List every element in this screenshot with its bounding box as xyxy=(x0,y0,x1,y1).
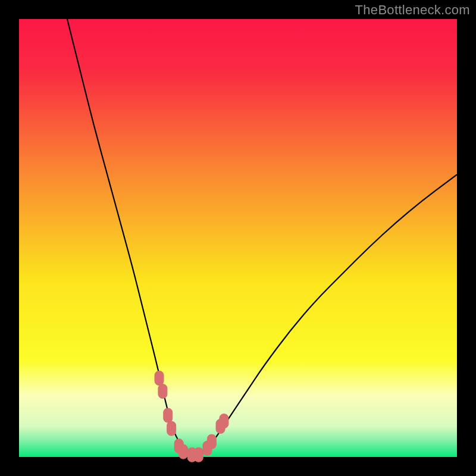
curve-marker xyxy=(167,421,176,436)
curve-marker xyxy=(155,371,164,386)
plot-background xyxy=(19,19,457,457)
curve-marker xyxy=(158,384,167,399)
chart-stage: TheBottleneck.com xyxy=(0,0,476,476)
curve-marker xyxy=(164,408,173,422)
curve-marker xyxy=(179,444,188,459)
curve-marker xyxy=(207,434,216,449)
curve-marker xyxy=(220,414,228,428)
curve-marker xyxy=(194,447,203,462)
watermark-text: TheBottleneck.com xyxy=(355,2,470,18)
bottleneck-chart xyxy=(0,0,476,476)
